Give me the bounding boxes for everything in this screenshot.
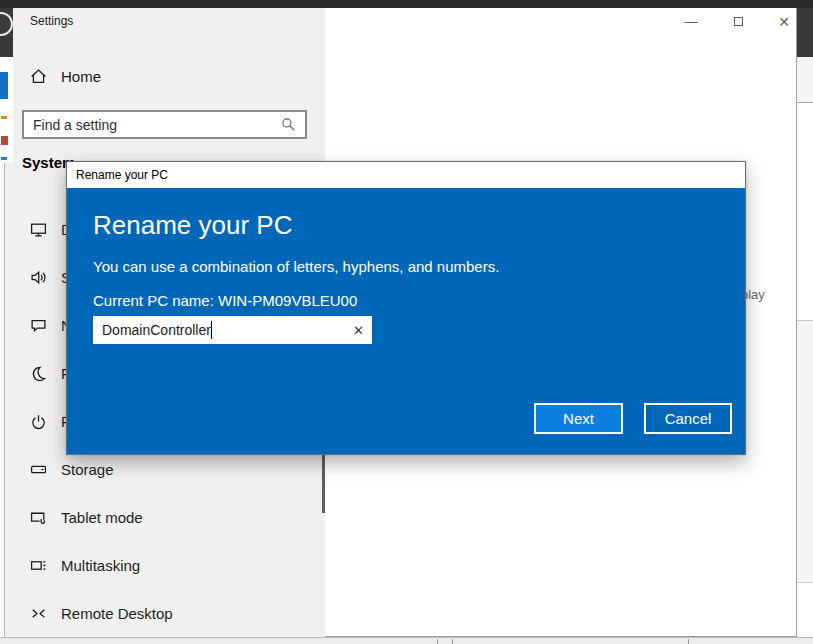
- remote-desktop-icon: [30, 605, 47, 622]
- background-selected-item-fragment: [0, 72, 8, 99]
- background-window-top-strip: [0, 0, 813, 8]
- sound-icon: [30, 269, 47, 286]
- background-window-left-sliver: [0, 8, 13, 163]
- maximize-button[interactable]: [726, 11, 750, 33]
- sidebar-item-multitasking[interactable]: Multitasking: [5, 545, 325, 585]
- background-toolbar-fragment: [797, 57, 813, 103]
- current-pc-name-label: Current PC name: WIN-PM09VBLEU00: [93, 292, 357, 309]
- window-title: Settings: [30, 14, 73, 28]
- dialog-description: You can use a combination of letters, hy…: [93, 258, 499, 275]
- dialog-titlebar[interactable]: Rename your PC: [67, 162, 745, 188]
- text-caret: [211, 321, 212, 339]
- sidebar-item-tablet-mode[interactable]: Tablet mode: [5, 497, 325, 537]
- tablet-mode-icon: [30, 509, 47, 526]
- minimize-button[interactable]: —: [679, 11, 703, 33]
- sidebar-scrollbar[interactable]: [322, 455, 325, 513]
- display-icon: [30, 221, 47, 238]
- close-button[interactable]: ✕: [772, 11, 796, 33]
- sidebar-item-storage[interactable]: Storage: [5, 449, 325, 489]
- background-titlebar-fragment: [797, 8, 813, 57]
- background-panel-fragment: [797, 320, 813, 583]
- clear-input-icon[interactable]: ✕: [353, 323, 364, 338]
- search-icon: [281, 117, 296, 132]
- focus-assist-icon: [30, 365, 47, 382]
- pc-name-input[interactable]: DomainController ✕: [93, 316, 372, 344]
- background-table-line: [437, 639, 438, 644]
- background-icon-fragment: [1, 157, 7, 160]
- background-icon-fragment: [1, 116, 7, 119]
- search-input[interactable]: Find a setting: [22, 110, 307, 139]
- screen: Settings — ✕ Home Find a setting System …: [0, 0, 813, 644]
- sidebar-item-label: Storage: [61, 461, 114, 478]
- sidebar-item-label: Remote Desktop: [61, 605, 173, 622]
- cancel-button[interactable]: Cancel: [644, 403, 732, 434]
- background-icon-fragment: [1, 136, 8, 145]
- storage-icon: [30, 461, 47, 478]
- background-table-line: [688, 639, 689, 644]
- dialog-heading: Rename your PC: [93, 210, 292, 241]
- home-label: Home: [61, 68, 101, 85]
- pc-name-input-value: DomainController: [93, 322, 211, 338]
- background-table-line: [452, 639, 453, 644]
- sidebar-item-label: Tablet mode: [61, 509, 143, 526]
- background-window-right-sliver: [797, 8, 813, 637]
- power-icon: [30, 413, 47, 430]
- notifications-icon: [30, 317, 47, 334]
- background-window-bottom-strip: [0, 637, 813, 644]
- multitasking-icon: [30, 557, 47, 574]
- maximize-icon: [734, 17, 743, 26]
- sidebar-item-label: Multitasking: [61, 557, 140, 574]
- search-placeholder: Find a setting: [24, 117, 281, 133]
- sidebar-item-home[interactable]: Home: [30, 68, 101, 85]
- home-icon: [30, 68, 47, 85]
- next-button[interactable]: Next: [534, 403, 623, 434]
- rename-pc-dialog: Rename your PC Rename your PC You can us…: [66, 161, 746, 455]
- sidebar-item-remote-desktop[interactable]: Remote Desktop: [5, 593, 325, 633]
- background-window-left-edge: [0, 163, 5, 637]
